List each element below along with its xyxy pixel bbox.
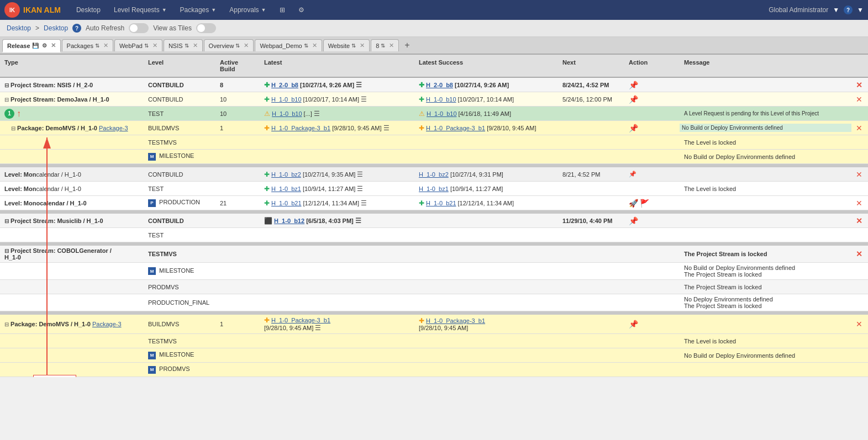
close-icon[interactable]: ✕ (856, 124, 862, 132)
expand-icon[interactable]: ⊟ (4, 321, 9, 327)
tab-packages-close[interactable]: ✕ (103, 42, 108, 49)
nav-settings[interactable]: ⚙ (292, 0, 311, 20)
pin-icon[interactable]: 📌 (629, 124, 638, 132)
close-icon[interactable]: ✕ (856, 95, 862, 104)
list-icon[interactable]: ☰ (314, 110, 320, 118)
list-icon[interactable]: ☰ (383, 124, 390, 132)
pin-icon[interactable]: 📌 (629, 216, 638, 225)
row-next (558, 187, 624, 190)
close-icon[interactable]: ✕ (856, 81, 862, 89)
tab-release[interactable]: Release 💾 ⚙ ✕ (2, 39, 61, 52)
table-row: M PRODMVS (0, 363, 868, 377)
tab-overview-close[interactable]: ✕ (244, 42, 249, 49)
tab-add-button[interactable]: + (400, 38, 414, 52)
success-icon: ✚ (419, 124, 424, 132)
success-link[interactable]: H_1-0_b21 (426, 200, 456, 206)
success-link[interactable]: H_2-0_b8 (426, 82, 453, 88)
success-link[interactable]: H_1-0_Package-3_b1 (426, 317, 485, 324)
tab-8[interactable]: 8 ⇅ ✕ (371, 39, 399, 51)
nav-monitor[interactable]: ⊞ (273, 0, 292, 20)
breadcrumb-help[interactable]: ? (72, 24, 81, 33)
tab-webpad[interactable]: WebPad ⇅ ✕ (114, 39, 162, 51)
latest-link[interactable]: H_1-0_b10 (271, 96, 301, 103)
close-icon[interactable]: ✕ (856, 199, 862, 208)
success-link[interactable]: H_1-0_Package-3_b1 (426, 125, 485, 131)
nav-desktop[interactable]: Desktop (70, 0, 107, 20)
list-icon[interactable]: ☰ (355, 217, 361, 225)
close-icon[interactable]: ✕ (856, 170, 862, 179)
tab-8-close[interactable]: ✕ (389, 42, 394, 49)
row-latest: ✚ H_2-0_b8 [10/27/14, 9:26 AM] ☰ (260, 79, 414, 91)
pin-icon[interactable]: 📌 (629, 320, 638, 328)
list-icon[interactable]: ☰ (315, 324, 321, 332)
logo-icon: IK (4, 2, 20, 18)
expand-icon[interactable]: ⊟ (4, 97, 9, 103)
tab-nsis-close[interactable]: ✕ (193, 42, 198, 49)
tab-webpad-demo[interactable]: Webpad_Demo ⇅ ✕ (255, 39, 322, 51)
row-type: 1 ↑ (0, 107, 144, 120)
pin-red-icon[interactable]: 🚩 (640, 199, 649, 208)
close-icon[interactable]: ✕ (856, 250, 862, 258)
latest-link[interactable]: H_1-0_bz2 (271, 171, 301, 178)
row-active-build (215, 354, 260, 357)
help-button[interactable]: ? (844, 6, 853, 14)
row-action (624, 340, 680, 343)
expand-icon[interactable]: ⊟ (4, 218, 9, 224)
breadcrumb-desktop1[interactable]: Desktop (7, 24, 31, 32)
latest-link[interactable]: H_1-0_Package-3_b1 (271, 125, 330, 131)
row-action (624, 187, 680, 190)
tab-website-close[interactable]: ✕ (360, 42, 365, 49)
list-icon[interactable]: ☰ (361, 96, 367, 103)
close-icon[interactable]: ✕ (856, 216, 862, 225)
nav-approvals[interactable]: Approvals ▼ (223, 0, 272, 20)
tab-overview[interactable]: Overview ⇅ ✕ (204, 39, 254, 51)
breadcrumb-desktop2[interactable]: Desktop (44, 24, 68, 32)
milestone-icon: M (148, 153, 156, 161)
col-active-build: ActiveBuild (215, 57, 260, 75)
row-active-build (215, 141, 260, 144)
tab-release-close[interactable]: ✕ (51, 42, 56, 49)
row-latest (260, 252, 414, 256)
latest-link[interactable]: H_1-0_Package-3_b1 (271, 317, 330, 324)
table-row: Level: Moncalendar / H_1-0 CONTBUILD ✚ H… (0, 167, 868, 182)
success-link[interactable]: H_1-0_b10 (426, 96, 456, 103)
success-link[interactable]: H_1-0_bz2 (419, 171, 449, 178)
tab-nsis[interactable]: NSIS ⇅ ✕ (164, 39, 203, 51)
col-next: Next (558, 57, 624, 75)
close-icon[interactable]: ✕ (856, 320, 862, 328)
tab-packages[interactable]: Packages ⇅ ✕ (62, 39, 113, 51)
latest-link[interactable]: H_1-0_b12 (274, 218, 304, 224)
expand-icon[interactable]: ⊟ (4, 248, 9, 254)
list-icon[interactable]: ☰ (357, 185, 363, 193)
tab-website[interactable]: Website ⇅ ✕ (323, 39, 370, 51)
settings-icon: ⚙ (298, 6, 304, 14)
latest-link[interactable]: H_1-0_b10 (272, 110, 302, 117)
latest-link[interactable]: H_1-0_b21 (271, 200, 301, 206)
auto-refresh-toggle[interactable] (129, 23, 149, 33)
status-icon: ✚ (264, 171, 270, 178)
success-link[interactable]: H_1-0_bz1 (419, 185, 449, 192)
row-active-build: 10 (215, 94, 260, 104)
tab-webpad-demo-close[interactable]: ✕ (312, 42, 317, 49)
nav-packages[interactable]: Packages ▼ (173, 0, 223, 20)
pin-icon[interactable]: 📌 (629, 81, 638, 89)
package-link[interactable]: Package-3 (92, 321, 122, 327)
pending-badge[interactable]: 1 (4, 109, 14, 119)
success-link[interactable]: H_1-0_b10 (427, 110, 456, 117)
row-close: ✕ (851, 93, 868, 105)
pin-icon[interactable]: 🚀 (629, 199, 638, 208)
expand-icon[interactable]: ⊟ (4, 82, 9, 88)
pin-icon[interactable]: 📌 (629, 95, 638, 104)
nav-level-requests[interactable]: Level Requests ▼ (107, 0, 173, 20)
latest-link[interactable]: H_2-0_b8 (271, 82, 298, 88)
list-icon[interactable]: ☰ (356, 81, 362, 89)
pin-icon[interactable]: 📌 (629, 171, 636, 177)
list-icon[interactable]: ☰ (361, 199, 367, 207)
view-tiles-toggle[interactable] (196, 23, 216, 33)
package-link[interactable]: Package-3 (99, 125, 128, 131)
tab-webpad-close[interactable]: ✕ (152, 42, 157, 49)
list-icon[interactable]: ☰ (357, 171, 363, 178)
expand-icon[interactable]: ⊟ (11, 125, 15, 131)
tab-8-icon: ⇅ (381, 43, 385, 49)
latest-link[interactable]: H_1-0_bz1 (271, 185, 301, 192)
